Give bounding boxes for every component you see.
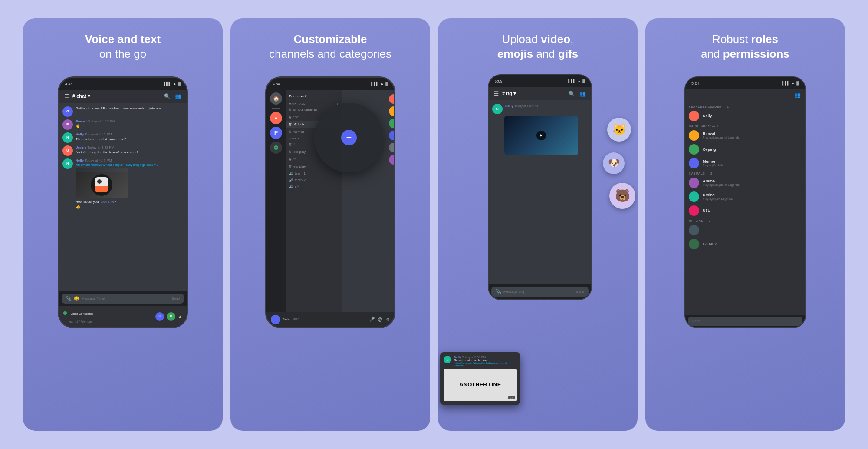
role-member-info: Mumor Playing Fortnite xyxy=(703,159,724,167)
role-member-nelly: Nelly xyxy=(688,109,802,123)
battery-icon: ▓ xyxy=(178,82,181,86)
attachment-icon[interactable]: 📎 xyxy=(66,296,71,301)
chat-header-1: ☰ # chat ▾ 🔍 👥 xyxy=(59,90,187,103)
at-icon[interactable]: @ xyxy=(378,317,382,322)
message-row: U Ursine Today at 4:43 PM I'm in! Let's … xyxy=(62,145,183,156)
status-bar-2: 4:58 ▌▌▌ ▲ ▓ xyxy=(266,78,394,90)
members-icon[interactable]: 👥 xyxy=(579,91,586,97)
chat-header-right-3: 🔍 👥 xyxy=(569,91,586,97)
emoji-sticker-2: 🐶 xyxy=(603,152,625,174)
role-section-hard-carry: HARD CARRY — 3 xyxy=(688,123,802,129)
phone-4: 5:24 ▌▌▌ ▲ ▓ 👥 FEARLESS LEADER — 1 Nelly xyxy=(684,76,806,328)
video-thumbnail[interactable]: ▶ xyxy=(504,116,578,155)
role-member-name: U3U xyxy=(703,208,710,213)
card4-title-robust: Robust roles xyxy=(712,33,778,46)
user-info: Nelly #885 xyxy=(271,315,299,324)
category-main-hall[interactable]: MAIN HALL + xyxy=(286,101,342,106)
chat-input-placeholder[interactable]: Message #lfg xyxy=(503,290,573,294)
send-button[interactable]: Send xyxy=(171,297,180,300)
roles-list: FEARLESS LEADER — 1 Nelly HARD CARRY — 3… xyxy=(685,101,805,315)
speaker-icon: 🔊 xyxy=(289,172,293,175)
role-member-arame: Arame Playing League of Legends xyxy=(688,176,802,190)
time-display-1: 4:46 xyxy=(65,82,73,86)
mic-icon[interactable]: 🎤 xyxy=(369,317,375,322)
message-username: Nelly Today at 5:07 PM xyxy=(505,104,588,108)
bottom-bar: Nelly #885 🎤 @ ⚙ xyxy=(266,312,394,327)
role-member-mumor: Mumor Playing Fortnite xyxy=(688,156,802,170)
role-member-status: Playing Fortnite xyxy=(703,164,724,167)
settings-icon[interactable]: ⚙ xyxy=(386,317,390,322)
member-avatar xyxy=(389,143,394,152)
hash-icon: # xyxy=(289,149,292,154)
wifi-icon: ▲ xyxy=(173,82,176,86)
message-text: 👋 xyxy=(76,124,183,129)
add-channel-button[interactable]: + xyxy=(341,130,357,145)
role-member-info: Ursine Playing Apex Legends xyxy=(703,193,733,200)
message-link: https://tenor.com/view/noot-penguin-read… xyxy=(76,163,183,166)
status-icons-3: ▌▌▌ ▲ ▓ xyxy=(568,79,585,83)
hamburger-icon[interactable]: ☰ xyxy=(64,93,69,99)
card2-title: Customizable channels and categories xyxy=(260,32,400,62)
channel-team1[interactable]: 🔊 team-1 xyxy=(286,170,342,177)
chevron-up-icon[interactable]: ▲ xyxy=(178,314,182,319)
phone-3: 5:09 ▌▌▌ ▲ ▓ ☰ # lfg ▾ 🔍 👥 xyxy=(488,74,592,300)
members-icon-roles[interactable]: 👥 xyxy=(794,92,801,98)
status-bar-4: 5:24 ▌▌▌ ▲ ▓ xyxy=(685,77,805,89)
server-icon-home[interactable]: 🏠 xyxy=(270,92,282,105)
role-avatar xyxy=(689,130,699,141)
role-member-status: Playing League of Legends xyxy=(703,136,740,139)
status-icons-4: ▌▌▌ ▲ ▓ xyxy=(782,81,799,85)
role-member-info: Ovjang xyxy=(703,147,716,152)
role-member-renwil: Renwil Playing League of Legends xyxy=(688,129,802,142)
hash-icon: # xyxy=(289,107,292,112)
server-icon-2[interactable]: F xyxy=(270,127,282,139)
search-icon[interactable]: 🔍 xyxy=(164,93,171,99)
role-avatar xyxy=(689,225,699,235)
role-member-name: Ursine xyxy=(703,193,733,197)
reaction[interactable]: 👍 1 xyxy=(76,205,183,209)
role-member-name: Arame xyxy=(703,179,740,183)
status-bar-3: 5:09 ▌▌▌ ▲ ▓ xyxy=(489,75,591,87)
roles-input[interactable]: Send xyxy=(692,319,798,323)
role-member-name: Nelly xyxy=(703,114,712,118)
server-icon-3[interactable] xyxy=(270,142,282,154)
play-button[interactable]: ▶ xyxy=(536,131,546,140)
message-row: N Nelly Today at 4:42 PM That makes a du… xyxy=(62,132,183,143)
members-icon[interactable]: 👥 xyxy=(175,93,181,99)
card3-content-area: 5:09 ▌▌▌ ▲ ▓ ☰ # lfg ▾ 🔍 👥 xyxy=(438,74,638,431)
card1-title: Voice and text on the go xyxy=(76,32,169,62)
message-text: That makes a duo! Anyone else? xyxy=(76,137,183,142)
card3-title-video: video xyxy=(541,33,570,46)
signal-icon: ▌▌▌ xyxy=(164,82,171,86)
card1-title-line2: on the go xyxy=(99,47,146,60)
voice-bar: Voice Connected team-1 / Friendos N R ▲ xyxy=(59,306,187,327)
video-message-row: N Nelly Today at 5:07 PM xyxy=(492,104,588,114)
role-member-info: U3U xyxy=(703,208,710,213)
message-input[interactable]: Message #chat xyxy=(82,297,169,300)
role-member-info: LA MEA xyxy=(703,242,717,246)
role-member-offline-1 xyxy=(688,223,802,237)
gif-preview: GIF xyxy=(76,168,128,198)
role-member-ursine: Ursine Playing Apex Legends xyxy=(688,190,802,204)
server-icon-1[interactable]: A xyxy=(270,112,282,124)
message-content: Nelly Today at 4:43 PM https://tenor.com… xyxy=(76,158,183,209)
voice-indicator xyxy=(63,311,67,315)
message-username: Ursine Today at 4:43 PM xyxy=(76,145,183,149)
role-member-info: Nelly xyxy=(703,114,712,118)
message-input-area: 📎 😊 Message #chat Send xyxy=(62,294,184,304)
search-icon[interactable]: 🔍 xyxy=(569,91,575,97)
channel-team2[interactable]: 🔊 team-2 xyxy=(286,177,342,183)
attachment-icon[interactable]: 📎 xyxy=(496,289,501,294)
message-text: I'm in! Let's get in the team-1 voice ch… xyxy=(76,150,183,155)
another-one-label: ANOTHER ONE xyxy=(459,382,501,388)
speaker-icon: 🔊 xyxy=(289,185,293,188)
avatar: N xyxy=(492,104,503,114)
send-button-3[interactable]: Send xyxy=(576,290,584,294)
hash-icon: # xyxy=(289,129,292,134)
channel-afk[interactable]: 🔊 afk xyxy=(286,183,342,190)
emoji-icon[interactable]: 😊 xyxy=(74,296,79,301)
role-member-ovjang: Ovjang xyxy=(688,142,802,156)
hamburger-icon[interactable]: ☰ xyxy=(494,91,499,97)
message-content: Nelly Today at 5:07 PM xyxy=(505,104,588,109)
avatar: R xyxy=(62,119,73,130)
